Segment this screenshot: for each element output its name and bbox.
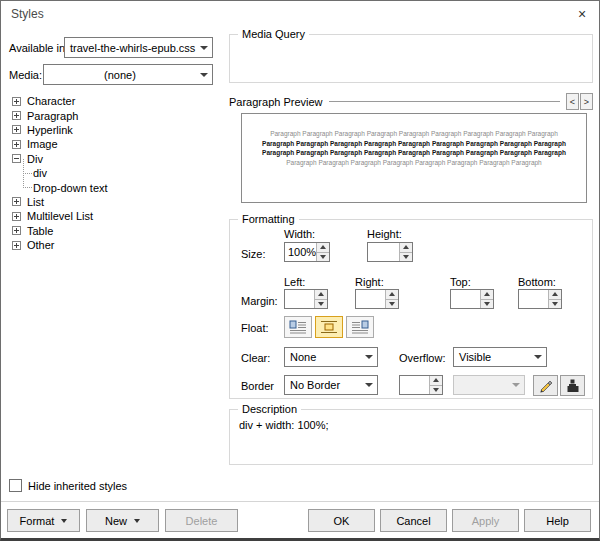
tree-item-dropdown-text[interactable]: Drop-down text — [9, 180, 221, 194]
tree-item-label: Character — [27, 95, 75, 107]
tree-item-label: Image — [27, 138, 58, 150]
tree-item-label: Other — [27, 239, 55, 251]
width-spinner[interactable]: 100% — [284, 242, 330, 262]
expand-icon[interactable] — [12, 125, 21, 134]
expand-icon[interactable] — [12, 226, 21, 235]
float-left-button[interactable] — [284, 316, 312, 338]
float-none-button[interactable] — [315, 316, 343, 338]
border-pen-button[interactable] — [533, 375, 558, 396]
description-text: div + width: 100%; — [239, 419, 329, 431]
preview-line: Paragraph Paragraph Paragraph Paragraph … — [242, 129, 586, 139]
help-button[interactable]: Help — [524, 509, 591, 532]
paragraph-preview-header: Paragraph Preview < > — [229, 93, 593, 110]
media-select[interactable]: (none) — [43, 64, 213, 85]
margin-right-spinner[interactable] — [355, 289, 399, 309]
hide-inherited-checkbox[interactable] — [9, 479, 22, 492]
margin-label: Margin: — [241, 295, 278, 307]
float-left-icon — [289, 320, 307, 334]
description-group: Description — [229, 409, 593, 465]
tree-item-image[interactable]: Image — [9, 137, 221, 151]
new-menu-button[interactable]: New — [86, 509, 159, 532]
description-group-label: Description — [238, 402, 301, 417]
expand-icon[interactable] — [12, 241, 21, 250]
collapse-icon[interactable] — [12, 154, 21, 163]
clear-value: None — [285, 351, 361, 363]
preview-line: Paragraph Paragraph Paragraph Paragraph … — [242, 139, 586, 149]
tree-item-other[interactable]: Other — [9, 238, 221, 252]
tree-item-div[interactable]: Div — [9, 152, 221, 166]
border-select[interactable]: No Border — [284, 375, 378, 395]
expand-icon[interactable] — [12, 212, 21, 221]
tree-item-label: Drop-down text — [33, 182, 108, 194]
spin-down-icon[interactable] — [481, 299, 493, 309]
tree-item-hyperlink[interactable]: Hyperlink — [9, 123, 221, 137]
float-right-button[interactable] — [346, 316, 374, 338]
tree-item-label: Hyperlink — [27, 124, 73, 136]
tree-item-div-child[interactable]: div — [9, 166, 221, 180]
tree-item-list[interactable]: List — [9, 195, 221, 209]
cancel-button[interactable]: Cancel — [380, 509, 447, 532]
overflow-select[interactable]: Visible — [453, 347, 547, 367]
expand-icon[interactable] — [12, 97, 21, 106]
margin-top-label: Top: — [450, 276, 471, 288]
expand-icon[interactable] — [12, 197, 21, 206]
preview-prev-button[interactable]: < — [566, 93, 579, 110]
preview-line: Paragraph Paragraph Paragraph Paragraph … — [242, 148, 586, 158]
spin-up-icon[interactable] — [481, 290, 493, 299]
expand-icon[interactable] — [12, 111, 21, 120]
spin-up-icon[interactable] — [430, 376, 442, 385]
width-label: Width: — [284, 228, 315, 240]
close-icon: × — [578, 6, 586, 22]
margin-left-spinner[interactable] — [284, 289, 328, 309]
ok-button[interactable]: OK — [308, 509, 375, 532]
border-value: No Border — [285, 379, 361, 391]
spin-down-icon[interactable] — [317, 252, 329, 262]
available-in-select[interactable]: travel-the-whirls-epub.css — [64, 37, 213, 58]
tree-item-multilevel-list[interactable]: Multilevel List — [9, 209, 221, 223]
spin-up-icon[interactable] — [315, 290, 327, 299]
spin-down-icon[interactable] — [430, 385, 442, 395]
tree-item-table[interactable]: Table — [9, 224, 221, 238]
margin-bottom-spinner[interactable] — [518, 289, 562, 309]
chevron-down-icon — [508, 383, 524, 387]
spin-up-icon[interactable] — [400, 243, 412, 252]
margin-bottom-label: Bottom: — [518, 276, 556, 288]
apply-button: Apply — [452, 509, 519, 532]
format-menu-button[interactable]: Format — [7, 509, 80, 532]
float-label: Float: — [241, 322, 269, 334]
format-button-label: Format — [20, 515, 55, 527]
spin-up-icon[interactable] — [386, 290, 398, 299]
width-value: 100% — [285, 243, 316, 261]
pen-icon — [538, 378, 553, 393]
tree-item-label: Multilevel List — [27, 210, 93, 222]
styles-dialog: Styles × Available in: travel-the-whirls… — [0, 0, 600, 541]
spin-down-icon[interactable] — [549, 299, 561, 309]
footer-separator — [1, 501, 599, 502]
float-none-icon — [320, 320, 338, 334]
border-width-spinner[interactable] — [399, 375, 443, 395]
chevron-down-icon — [361, 355, 377, 359]
spin-down-icon[interactable] — [386, 299, 398, 309]
spin-up-icon[interactable] — [549, 290, 561, 299]
close-button[interactable]: × — [572, 5, 592, 23]
delete-button: Delete — [165, 509, 238, 532]
tree-item-label: Paragraph — [27, 110, 78, 122]
tree-item-character[interactable]: Character — [9, 94, 221, 108]
preview-next-button[interactable]: > — [580, 93, 593, 110]
expand-icon[interactable] — [12, 140, 21, 149]
margin-top-spinner[interactable] — [450, 289, 494, 309]
clear-select[interactable]: None — [284, 347, 378, 367]
spin-up-icon[interactable] — [317, 243, 329, 252]
tree-item-paragraph[interactable]: Paragraph — [9, 108, 221, 122]
border-color-button[interactable] — [560, 375, 585, 396]
media-value: (none) — [44, 69, 196, 81]
tree-item-label: Table — [27, 225, 53, 237]
border-label: Border — [241, 380, 274, 392]
dialog-title: Styles — [11, 7, 44, 21]
chevron-down-icon — [61, 519, 67, 523]
chevron-down-icon — [361, 383, 377, 387]
spin-down-icon[interactable] — [400, 252, 412, 262]
height-spinner[interactable] — [367, 242, 413, 262]
clear-label: Clear: — [241, 352, 270, 364]
spin-down-icon[interactable] — [315, 299, 327, 309]
